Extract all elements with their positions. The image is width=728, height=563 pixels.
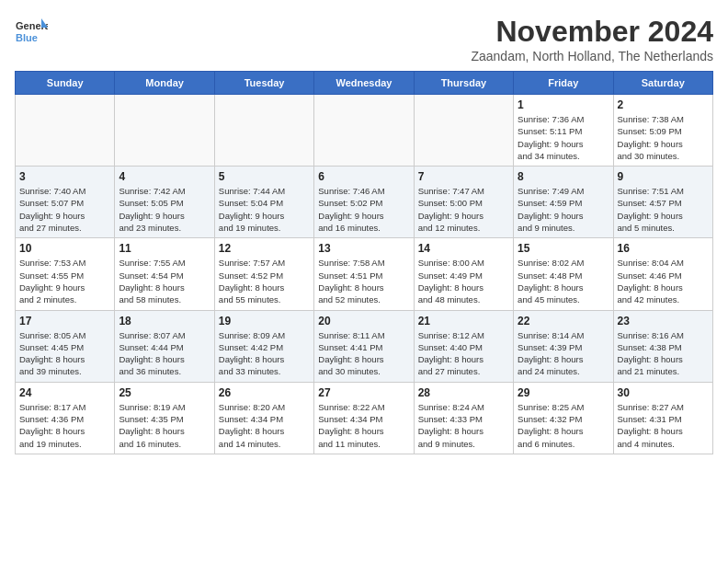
day-21: 21Sunrise: 8:12 AM Sunset: 4:40 PM Dayli…	[414, 310, 513, 382]
weekday-tuesday: Tuesday	[214, 72, 313, 95]
day-number-1: 1	[518, 98, 609, 111]
day-info-24: Sunrise: 8:17 AM Sunset: 4:36 PM Dayligh…	[19, 401, 110, 450]
day-number-26: 26	[219, 386, 310, 399]
day-22: 22Sunrise: 8:14 AM Sunset: 4:39 PM Dayli…	[514, 310, 613, 382]
day-number-4: 4	[119, 170, 210, 183]
day-info-8: Sunrise: 7:49 AM Sunset: 4:59 PM Dayligh…	[518, 185, 609, 234]
day-15: 15Sunrise: 8:02 AM Sunset: 4:48 PM Dayli…	[514, 238, 613, 310]
day-info-26: Sunrise: 8:20 AM Sunset: 4:34 PM Dayligh…	[219, 401, 310, 450]
day-number-14: 14	[418, 242, 509, 255]
title-section: November 2024 Zaandam, North Holland, Th…	[471, 15, 713, 63]
day-info-10: Sunrise: 7:53 AM Sunset: 4:55 PM Dayligh…	[19, 257, 110, 305]
day-12: 12Sunrise: 7:57 AM Sunset: 4:52 PM Dayli…	[214, 238, 313, 310]
day-info-3: Sunrise: 7:40 AM Sunset: 5:07 PM Dayligh…	[19, 185, 110, 234]
day-info-11: Sunrise: 7:55 AM Sunset: 4:54 PM Dayligh…	[119, 257, 210, 305]
day-number-20: 20	[318, 315, 409, 327]
day-info-4: Sunrise: 7:42 AM Sunset: 5:05 PM Dayligh…	[119, 185, 210, 234]
week-row-2: 3Sunrise: 7:40 AM Sunset: 5:07 PM Daylig…	[16, 167, 713, 238]
day-16: 16Sunrise: 8:04 AM Sunset: 4:46 PM Dayli…	[613, 238, 712, 310]
week-row-5: 24Sunrise: 8:17 AM Sunset: 4:36 PM Dayli…	[16, 382, 713, 454]
day-number-6: 6	[318, 170, 409, 183]
location-title: Zaandam, North Holland, The Netherlands	[471, 49, 713, 63]
day-info-6: Sunrise: 7:46 AM Sunset: 5:02 PM Dayligh…	[318, 185, 409, 234]
day-5: 5Sunrise: 7:44 AM Sunset: 5:04 PM Daylig…	[214, 167, 313, 238]
day-17: 17Sunrise: 8:05 AM Sunset: 4:45 PM Dayli…	[16, 310, 115, 382]
day-info-17: Sunrise: 8:05 AM Sunset: 4:45 PM Dayligh…	[19, 329, 110, 378]
day-info-16: Sunrise: 8:04 AM Sunset: 4:46 PM Dayligh…	[618, 257, 709, 305]
day-number-8: 8	[518, 170, 609, 183]
logo-svg: General Blue	[15, 15, 48, 48]
day-empty	[115, 95, 214, 167]
day-number-23: 23	[618, 315, 709, 327]
day-number-25: 25	[119, 386, 210, 399]
weekday-sunday: Sunday	[16, 72, 115, 95]
weekday-wednesday: Wednesday	[314, 72, 414, 95]
day-3: 3Sunrise: 7:40 AM Sunset: 5:07 PM Daylig…	[16, 167, 115, 238]
day-28: 28Sunrise: 8:24 AM Sunset: 4:33 PM Dayli…	[414, 382, 513, 454]
day-number-9: 9	[618, 170, 709, 183]
day-number-13: 13	[318, 242, 409, 255]
day-number-24: 24	[19, 386, 110, 399]
day-20: 20Sunrise: 8:11 AM Sunset: 4:41 PM Dayli…	[314, 310, 414, 382]
day-29: 29Sunrise: 8:25 AM Sunset: 4:32 PM Dayli…	[514, 382, 613, 454]
day-4: 4Sunrise: 7:42 AM Sunset: 5:05 PM Daylig…	[115, 167, 214, 238]
day-number-3: 3	[19, 170, 110, 183]
weekday-header-row: SundayMondayTuesdayWednesdayThursdayFrid…	[16, 72, 713, 95]
weekday-thursday: Thursday	[414, 72, 513, 95]
day-info-20: Sunrise: 8:11 AM Sunset: 4:41 PM Dayligh…	[318, 329, 409, 378]
day-number-22: 22	[518, 315, 609, 327]
day-14: 14Sunrise: 8:00 AM Sunset: 4:49 PM Dayli…	[414, 238, 513, 310]
day-info-23: Sunrise: 8:16 AM Sunset: 4:38 PM Dayligh…	[618, 329, 709, 378]
day-info-5: Sunrise: 7:44 AM Sunset: 5:04 PM Dayligh…	[219, 185, 310, 234]
day-empty	[16, 95, 115, 167]
weekday-saturday: Saturday	[613, 72, 712, 95]
day-number-5: 5	[219, 170, 310, 183]
day-number-12: 12	[219, 242, 310, 255]
day-number-30: 30	[618, 386, 709, 399]
day-number-19: 19	[219, 315, 310, 327]
calendar-table: SundayMondayTuesdayWednesdayThursdayFrid…	[15, 71, 713, 454]
day-13: 13Sunrise: 7:58 AM Sunset: 4:51 PM Dayli…	[314, 238, 414, 310]
day-10: 10Sunrise: 7:53 AM Sunset: 4:55 PM Dayli…	[16, 238, 115, 310]
day-number-18: 18	[119, 315, 210, 327]
day-8: 8Sunrise: 7:49 AM Sunset: 4:59 PM Daylig…	[514, 167, 613, 238]
day-info-1: Sunrise: 7:36 AM Sunset: 5:11 PM Dayligh…	[518, 113, 609, 162]
day-27: 27Sunrise: 8:22 AM Sunset: 4:34 PM Dayli…	[314, 382, 414, 454]
day-info-2: Sunrise: 7:38 AM Sunset: 5:09 PM Dayligh…	[618, 113, 709, 162]
day-info-21: Sunrise: 8:12 AM Sunset: 4:40 PM Dayligh…	[418, 329, 509, 378]
day-empty	[214, 95, 313, 167]
day-number-17: 17	[19, 315, 110, 327]
day-number-27: 27	[318, 386, 409, 399]
day-number-7: 7	[418, 170, 509, 183]
day-23: 23Sunrise: 8:16 AM Sunset: 4:38 PM Dayli…	[613, 310, 712, 382]
day-info-9: Sunrise: 7:51 AM Sunset: 4:57 PM Dayligh…	[618, 185, 709, 234]
svg-text:Blue: Blue	[16, 32, 38, 43]
header: General Blue November 2024 Zaandam, Nort…	[15, 15, 713, 63]
day-info-12: Sunrise: 7:57 AM Sunset: 4:52 PM Dayligh…	[219, 257, 310, 305]
day-info-19: Sunrise: 8:09 AM Sunset: 4:42 PM Dayligh…	[219, 329, 310, 378]
day-9: 9Sunrise: 7:51 AM Sunset: 4:57 PM Daylig…	[613, 167, 712, 238]
day-info-29: Sunrise: 8:25 AM Sunset: 4:32 PM Dayligh…	[518, 401, 609, 450]
day-2: 2Sunrise: 7:38 AM Sunset: 5:09 PM Daylig…	[613, 95, 712, 167]
day-info-15: Sunrise: 8:02 AM Sunset: 4:48 PM Dayligh…	[518, 257, 609, 305]
day-empty	[414, 95, 513, 167]
day-30: 30Sunrise: 8:27 AM Sunset: 4:31 PM Dayli…	[613, 382, 712, 454]
day-empty	[314, 95, 414, 167]
day-info-30: Sunrise: 8:27 AM Sunset: 4:31 PM Dayligh…	[618, 401, 709, 450]
week-row-4: 17Sunrise: 8:05 AM Sunset: 4:45 PM Dayli…	[16, 310, 713, 382]
day-number-10: 10	[19, 242, 110, 255]
day-24: 24Sunrise: 8:17 AM Sunset: 4:36 PM Dayli…	[16, 382, 115, 454]
week-row-3: 10Sunrise: 7:53 AM Sunset: 4:55 PM Dayli…	[16, 238, 713, 310]
day-19: 19Sunrise: 8:09 AM Sunset: 4:42 PM Dayli…	[214, 310, 313, 382]
day-info-14: Sunrise: 8:00 AM Sunset: 4:49 PM Dayligh…	[418, 257, 509, 305]
month-title: November 2024	[471, 15, 713, 49]
day-25: 25Sunrise: 8:19 AM Sunset: 4:35 PM Dayli…	[115, 382, 214, 454]
day-info-13: Sunrise: 7:58 AM Sunset: 4:51 PM Dayligh…	[318, 257, 409, 305]
day-26: 26Sunrise: 8:20 AM Sunset: 4:34 PM Dayli…	[214, 382, 313, 454]
day-info-28: Sunrise: 8:24 AM Sunset: 4:33 PM Dayligh…	[418, 401, 509, 450]
day-6: 6Sunrise: 7:46 AM Sunset: 5:02 PM Daylig…	[314, 167, 414, 238]
week-row-1: 1Sunrise: 7:36 AM Sunset: 5:11 PM Daylig…	[16, 95, 713, 167]
day-18: 18Sunrise: 8:07 AM Sunset: 4:44 PM Dayli…	[115, 310, 214, 382]
day-7: 7Sunrise: 7:47 AM Sunset: 5:00 PM Daylig…	[414, 167, 513, 238]
day-info-22: Sunrise: 8:14 AM Sunset: 4:39 PM Dayligh…	[518, 329, 609, 378]
